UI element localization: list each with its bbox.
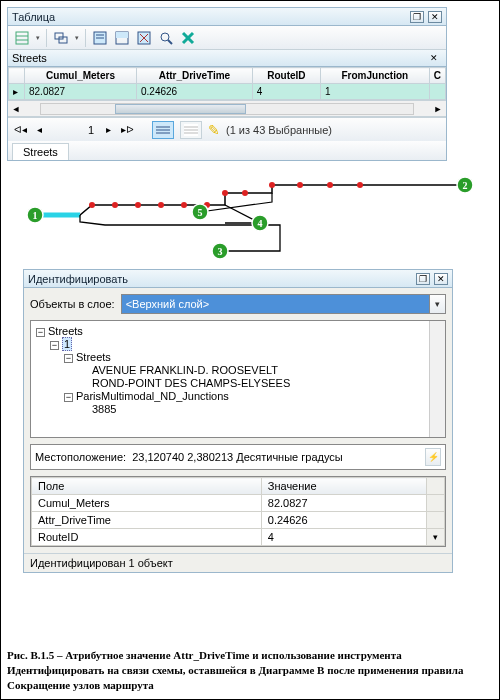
separator (85, 29, 86, 47)
svg-point-35 (327, 182, 333, 188)
svg-point-34 (297, 182, 303, 188)
svg-text:2: 2 (463, 180, 468, 191)
field-value: 0.24626 (261, 512, 426, 529)
tree-node[interactable]: Streets (48, 325, 83, 337)
svg-text:3: 3 (218, 246, 223, 257)
scroll-left-icon[interactable]: ◄ (8, 104, 24, 114)
svg-text:4: 4 (258, 218, 263, 229)
layer-select[interactable]: <Верхний слой> ▾ (121, 294, 446, 314)
value-col-header[interactable]: Значение (261, 478, 426, 495)
scroll-track[interactable] (40, 103, 414, 115)
clear-selection-icon[interactable] (134, 28, 154, 48)
record-number-input[interactable] (50, 123, 98, 137)
layer-label: Объекты в слое: (30, 298, 115, 310)
svg-point-13 (161, 33, 169, 41)
selection-count: (1 из 43 Выбранные) (226, 124, 332, 136)
table-window: Таблица ❐ ✕ ▾ ▾ (7, 7, 447, 161)
identify-title: Идентифицировать (28, 273, 128, 285)
close-icon[interactable]: ✕ (426, 49, 442, 67)
svg-point-25 (89, 202, 95, 208)
field-col-header[interactable]: Поле (32, 478, 262, 495)
location-row: Местоположение: 23,120740 2,380213 Десят… (30, 444, 446, 470)
table-titlebar: Таблица ❐ ✕ (8, 8, 446, 26)
dropdown-icon[interactable]: ▾ (73, 28, 81, 48)
row-selector-icon[interactable]: ▸ (9, 84, 25, 100)
first-record-icon[interactable]: ᐊ◂ (12, 124, 29, 135)
table-row[interactable]: ▸ 82.0827 0.24626 4 1 (9, 84, 446, 100)
horizontal-scrollbar[interactable]: ◄ ► (8, 100, 446, 116)
svg-point-26 (112, 202, 118, 208)
attribute-grid: Cumul_Meters Attr_DriveTime RouteID From… (8, 67, 446, 117)
col-header[interactable]: RouteID (252, 68, 320, 84)
table-toolbar: ▾ ▾ (8, 26, 446, 50)
separator (46, 29, 47, 47)
svg-rect-9 (116, 32, 128, 38)
cell-fromjunction[interactable]: 1 (320, 84, 429, 100)
zoom-selection-icon[interactable] (156, 28, 176, 48)
col-header[interactable]: FromJunction (320, 68, 429, 84)
select-by-attr-icon[interactable] (90, 28, 110, 48)
cell-attr-drivetime[interactable]: 0.24626 (137, 84, 253, 100)
collapse-icon[interactable]: − (50, 341, 59, 350)
cell-partial[interactable] (429, 84, 445, 100)
switch-selection-icon[interactable] (112, 28, 132, 48)
table-options-icon[interactable] (12, 28, 32, 48)
svg-rect-0 (16, 32, 28, 44)
col-header[interactable]: Cumul_Meters (25, 68, 137, 84)
field-row[interactable]: Cumul_Meters 82.0827 (32, 495, 445, 512)
identify-body: Объекты в слое: <Верхний слой> ▾ −Street… (24, 288, 452, 553)
tree-node[interactable]: Streets (76, 351, 111, 363)
location-label: Местоположение: (35, 451, 126, 463)
window-restore-icon[interactable]: ❐ (416, 273, 430, 285)
svg-line-14 (168, 40, 172, 44)
field-row[interactable]: RouteID 4 ▾ (32, 529, 445, 546)
figure-caption: Рис. В.1.5 – Атрибутное значение Attr_Dr… (7, 648, 493, 693)
svg-text:5: 5 (198, 207, 203, 218)
path-branch-5 (200, 193, 272, 212)
cell-routeid[interactable]: 4 (252, 84, 320, 100)
side-cell (427, 478, 445, 495)
next-record-icon[interactable]: ▸ (104, 124, 113, 135)
field-row[interactable]: Attr_DriveTime 0.24626 (32, 512, 445, 529)
svg-point-36 (357, 182, 363, 188)
tree-node-selected[interactable]: 1 (62, 337, 72, 351)
field-value: 4 (261, 529, 426, 546)
last-record-icon[interactable]: ▸ᐅ (119, 124, 136, 135)
flash-location-icon[interactable]: ⚡ (425, 448, 441, 466)
prev-record-icon[interactable]: ◂ (35, 124, 44, 135)
scroll-right-icon[interactable]: ► (430, 104, 446, 114)
layer-select-value: <Верхний слой> (126, 298, 210, 310)
vertical-scrollbar[interactable] (429, 321, 445, 437)
related-tables-icon[interactable] (51, 28, 71, 48)
tree-node[interactable]: ParisMultimodal_ND_Junctions (76, 390, 229, 402)
col-header-partial[interactable]: C (429, 68, 445, 84)
schematic-diagram: 1 2 3 4 5 (20, 167, 480, 263)
col-header[interactable]: Attr_DriveTime (137, 68, 253, 84)
identify-tree[interactable]: −Streets −1 −Streets AVENUE FRANKLIN-D. … (30, 320, 446, 438)
window-restore-icon[interactable]: ❐ (410, 11, 424, 23)
field-value: 82.0827 (261, 495, 426, 512)
close-icon[interactable]: ✕ (428, 11, 442, 23)
tree-leaf[interactable]: AVENUE FRANKLIN-D. ROOSEVELT (92, 364, 278, 376)
svg-point-31 (222, 190, 228, 196)
collapse-icon[interactable]: − (64, 354, 73, 363)
close-icon[interactable]: ✕ (434, 273, 448, 285)
chevron-down-icon[interactable]: ▾ (429, 295, 445, 313)
svg-point-27 (135, 202, 141, 208)
svg-point-32 (242, 190, 248, 196)
collapse-icon[interactable]: − (64, 393, 73, 402)
delete-icon[interactable] (178, 28, 198, 48)
show-all-icon[interactable] (152, 121, 174, 139)
show-selected-icon[interactable] (180, 121, 202, 139)
collapse-icon[interactable]: − (36, 328, 45, 337)
cell-cumul-meters[interactable]: 82.0827 (25, 84, 137, 100)
row-header-blank (9, 68, 25, 84)
grid-header-row: Cumul_Meters Attr_DriveTime RouteID From… (9, 68, 446, 84)
dropdown-icon[interactable]: ▾ (34, 28, 42, 48)
identify-window: Идентифицировать ❐ ✕ Объекты в слое: <Ве… (23, 269, 453, 573)
tree-leaf[interactable]: ROND-POINT DES CHAMPS-ELYSEES (92, 377, 290, 389)
tree-leaf[interactable]: 3885 (92, 403, 116, 415)
tab-streets[interactable]: Streets (12, 143, 69, 160)
field-name: Cumul_Meters (32, 495, 262, 512)
scroll-thumb[interactable] (115, 104, 245, 114)
